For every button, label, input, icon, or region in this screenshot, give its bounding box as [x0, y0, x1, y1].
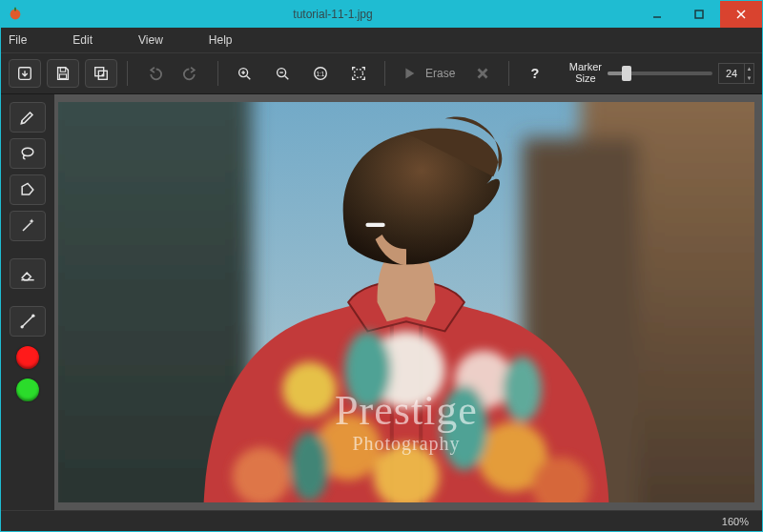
- zoom-actual-button[interactable]: 1:1: [304, 59, 337, 88]
- svg-text:?: ?: [531, 66, 540, 81]
- polygon-tool[interactable]: [10, 174, 46, 205]
- toolbar: 1:1 Erase ? Marker Size 24 ▲▼: [1, 52, 762, 94]
- menubar: File Edit View Help: [1, 28, 762, 52]
- preview-button[interactable]: [85, 59, 117, 88]
- svg-point-11: [101, 73, 104, 76]
- statusbar: 160%: [1, 510, 762, 531]
- svg-point-45: [290, 432, 329, 501]
- svg-point-44: [442, 385, 488, 470]
- svg-point-46: [503, 357, 542, 422]
- tool-sidebar: [1, 94, 54, 510]
- svg-point-29: [21, 325, 24, 328]
- redo-button[interactable]: [175, 59, 208, 88]
- svg-line-13: [247, 76, 251, 80]
- marker-tool[interactable]: [10, 102, 46, 133]
- zoom-fit-button[interactable]: [342, 59, 375, 88]
- image-canvas[interactable]: Prestige Photography: [58, 102, 754, 502]
- line-tool[interactable]: [10, 306, 46, 337]
- undo-button[interactable]: [137, 59, 170, 88]
- svg-rect-3: [695, 10, 703, 18]
- content-area: Prestige Photography: [1, 94, 762, 510]
- spinner-down-icon[interactable]: ▼: [745, 73, 753, 83]
- marker-size-control: Marker Size 24 ▲▼: [569, 62, 754, 84]
- menu-view[interactable]: View: [138, 33, 163, 47]
- toolbar-separator: [508, 61, 509, 86]
- svg-rect-48: [365, 223, 384, 227]
- open-button[interactable]: [9, 59, 41, 88]
- lasso-tool[interactable]: [10, 138, 46, 169]
- foreground-color-swatch[interactable]: [16, 346, 39, 369]
- zoom-in-button[interactable]: [228, 59, 260, 88]
- zoom-level: 160%: [722, 516, 749, 527]
- svg-text:1:1: 1:1: [317, 71, 325, 77]
- svg-point-21: [355, 70, 363, 78]
- titlebar[interactable]: tutorial-11-1.jpg: [1, 1, 762, 28]
- svg-point-43: [344, 331, 391, 408]
- cancel-button[interactable]: [466, 59, 499, 88]
- svg-line-28: [22, 316, 33, 327]
- minimize-button[interactable]: [636, 1, 678, 28]
- close-button[interactable]: [720, 1, 762, 28]
- spinner-up-icon[interactable]: ▲: [745, 64, 753, 73]
- background-color-swatch[interactable]: [16, 379, 39, 401]
- marker-size-slider[interactable]: [608, 72, 712, 75]
- marker-size-label: Marker Size: [569, 62, 602, 84]
- erase-label: Erase: [425, 67, 455, 80]
- canvas-area[interactable]: Prestige Photography: [54, 94, 762, 510]
- toolbar-separator: [127, 61, 128, 86]
- app-window: tutorial-11-1.jpg File Edit View Help 1:…: [0, 0, 763, 532]
- svg-line-26: [23, 223, 31, 231]
- window-controls: [636, 1, 762, 28]
- svg-line-17: [285, 76, 289, 80]
- svg-point-25: [22, 148, 33, 155]
- svg-rect-8: [59, 74, 66, 79]
- marker-size-input[interactable]: 24 ▲▼: [718, 63, 754, 84]
- magic-wand-tool[interactable]: [10, 211, 46, 241]
- window-title: tutorial-11-1.jpg: [30, 8, 636, 21]
- menu-file[interactable]: File: [9, 33, 27, 47]
- svg-rect-1: [14, 8, 16, 11]
- help-button[interactable]: ?: [519, 59, 551, 88]
- menu-help[interactable]: Help: [209, 33, 233, 47]
- erase-run-button[interactable]: Erase: [395, 59, 461, 88]
- toolbar-separator: [384, 61, 385, 86]
- eraser-tool[interactable]: [10, 258, 46, 289]
- zoom-out-button[interactable]: [266, 59, 299, 88]
- maximize-button[interactable]: [678, 1, 720, 28]
- toolbar-separator: [217, 61, 218, 86]
- app-icon: [7, 6, 24, 23]
- save-button[interactable]: [47, 59, 79, 88]
- svg-point-30: [31, 315, 34, 317]
- play-icon: [401, 65, 418, 82]
- svg-point-35: [282, 362, 337, 417]
- menu-edit[interactable]: Edit: [72, 33, 93, 47]
